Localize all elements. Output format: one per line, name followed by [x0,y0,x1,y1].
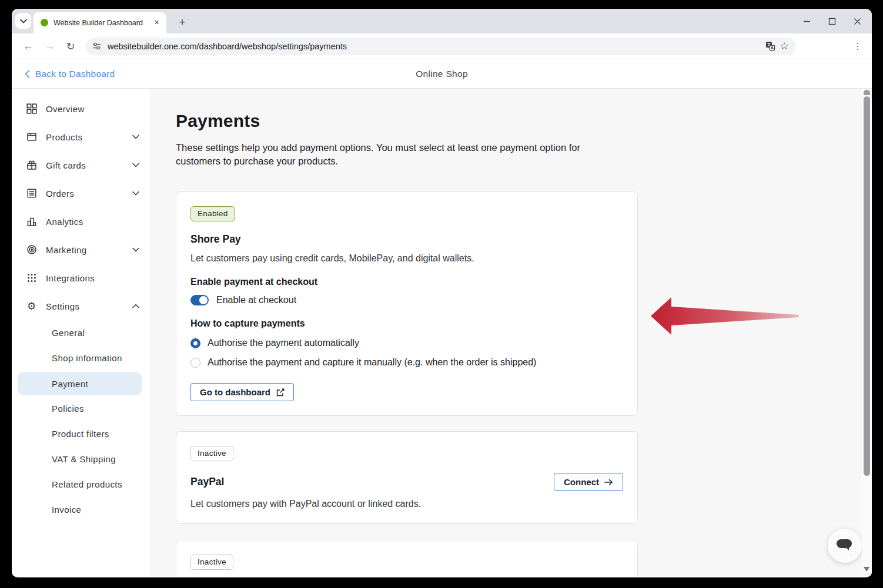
site-settings-icon[interactable] [92,41,102,51]
sidebar-item-products[interactable]: Products [12,123,150,151]
browser-menu-icon[interactable]: ⋮ [849,38,866,55]
sidebar-item-label: Marketing [46,245,132,255]
page-context-title: Online Shop [416,69,468,79]
sidebar-item-related-products[interactable]: Related products [18,472,142,497]
chat-widget-button[interactable] [828,529,862,563]
provider-name: PayPal [190,476,224,488]
status-badge: Inactive [190,446,233,461]
orders-list-icon [26,188,37,199]
chat-bubble-icon [836,538,854,553]
analytics-bar-chart-icon [26,216,37,227]
page-intro: These settings help you add payment opti… [176,141,591,168]
sidebar-item-invoice[interactable]: Invoice [18,497,142,522]
go-to-dashboard-label: Go to dashboard [200,387,270,397]
scrollbar-up-arrow[interactable] [864,90,870,95]
gift-icon [26,160,37,171]
connect-label: Connect [564,477,599,487]
sidebar-item-payment[interactable]: Payment [18,372,142,395]
maximize-icon[interactable] [828,18,836,25]
bookmark-star-icon[interactable]: ☆ [777,39,791,53]
chevron-up-icon [132,304,139,308]
url-bar[interactable]: websitebuilder.one.com/dashboard/webshop… [86,38,796,55]
forward-icon[interactable]: → [41,38,58,55]
chevron-down-icon [132,135,139,139]
sidebar-item-general[interactable]: General [18,320,142,345]
enable-checkout-toggle[interactable] [190,295,209,305]
new-tab-button[interactable]: + [174,14,190,31]
chevron-left-icon [25,70,30,78]
sidebar-item-label: Analytics [46,217,139,227]
tab-favicon [41,19,48,26]
capture-section-title: How to capture payments [190,318,623,329]
sidebar-item-label: Orders [46,189,132,199]
provider-description: Let customers pay with PayPal account or… [190,499,623,509]
sidebar-item-vat-shipping[interactable]: VAT & Shipping [18,446,142,472]
sidebar-item-policies[interactable]: Policies [18,396,142,421]
sidebar-item-analytics[interactable]: Analytics [12,207,150,236]
sidebar-item-label: Integrations [46,273,139,283]
sidebar-item-marketing[interactable]: Marketing [12,236,150,264]
sidebar-item-orders[interactable]: Orders [12,179,150,207]
third-payment-card: Inactive [176,540,638,576]
sidebar-item-integrations[interactable]: Integrations [12,264,150,292]
back-to-dashboard-link[interactable]: Back to Dashboard [25,69,115,79]
tab-search-button[interactable] [15,13,31,29]
app-header: Back to Dashboard Online Shop [12,59,872,89]
marketing-target-icon [26,244,37,256]
page-title: Payments [176,111,872,131]
arrow-right-icon [604,479,613,486]
sidebar-item-label: Products [46,132,132,142]
url-text[interactable]: websitebuilder.one.com/dashboard/webshop… [108,42,763,51]
chevron-down-icon [20,19,27,23]
sidebar-item-product-filters[interactable]: Product filters [18,421,142,446]
red-annotation-arrow [650,293,802,340]
sidebar-item-gift-cards[interactable]: Gift cards [12,151,150,179]
browser-window: Website Builder Dashboard ✕ + ← → ↻ webs… [12,9,872,577]
provider-name: Shore Pay [190,233,623,246]
radio-authorise-automatically[interactable] [190,338,200,348]
connect-button[interactable]: Connect [554,473,623,491]
sidebar-item-settings[interactable]: ⚙ Settings [12,292,150,320]
status-badge: Inactive [190,555,233,570]
provider-description: Let customers pay using credit cards, Mo… [190,253,623,264]
content-area: Overview Products Gift cards [12,89,872,576]
sidebar-item-overview[interactable]: Overview [12,95,150,123]
integrations-dots-icon [26,273,37,284]
chevron-down-icon [132,247,139,252]
back-to-dashboard-label: Back to Dashboard [35,69,115,79]
chevron-down-icon [132,163,139,167]
overview-grid-icon [26,103,37,115]
sidebar: Overview Products Gift cards [12,89,150,576]
reload-icon[interactable]: ↻ [62,38,79,55]
window-controls [803,9,866,33]
browser-tab[interactable]: Website Builder Dashboard ✕ [34,12,166,33]
minimize-icon[interactable] [803,18,811,25]
tab-strip: Website Builder Dashboard ✕ + [12,9,872,33]
back-icon[interactable]: ← [19,38,37,55]
scrollbar[interactable] [862,89,872,576]
browser-toolbar: ← → ↻ websitebuilder.one.com/dashboard/w… [12,33,872,59]
radio-label: Authorise the payment automatically [208,338,359,348]
shorepay-card: Enabled Shore Pay Let customers pay usin… [176,191,638,416]
paypal-card: Inactive PayPal Connect Let customers pa… [176,431,638,524]
sidebar-item-label: Gift cards [46,160,132,170]
translate-icon[interactable] [763,39,777,53]
gear-icon: ⚙ [26,301,37,312]
external-link-icon [276,388,285,397]
products-box-icon [26,132,37,143]
toggle-label: Enable at checkout [216,295,296,305]
radio-label: Authorise the payment and capture it man… [208,357,536,368]
radio-capture-manually[interactable] [190,358,200,368]
scrollbar-down-arrow[interactable] [864,567,869,572]
main-panel: Payments These settings help you add pay… [150,89,872,576]
status-badge: Enabled [190,206,235,221]
sidebar-item-shop-information[interactable]: Shop information [18,345,142,371]
go-to-dashboard-button[interactable]: Go to dashboard [190,383,294,401]
sidebar-item-label: Overview [46,104,139,114]
tab-title: Website Builder Dashboard [53,19,152,27]
sidebar-item-label: Settings [46,301,132,311]
scrollbar-thumb[interactable] [864,96,870,476]
toggle-section-title: Enable payment at checkout [190,277,623,287]
tab-close-icon[interactable]: ✕ [152,18,162,28]
close-icon[interactable] [854,18,861,25]
